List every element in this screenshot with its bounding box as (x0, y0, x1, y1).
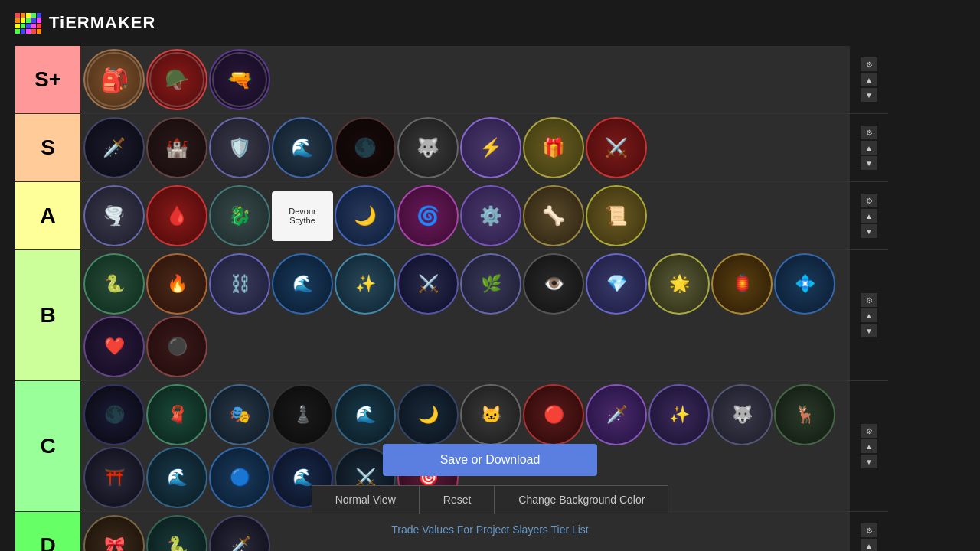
up-button-d[interactable]: ▲ (861, 539, 877, 551)
up-button-s[interactable]: ▲ (861, 141, 877, 155)
list-item[interactable]: 🌊 (272, 253, 333, 315)
down-button-s[interactable]: ▼ (861, 156, 877, 170)
save-download-button[interactable]: Save or Download (383, 444, 597, 476)
tier-controls-b: ⚙ ▲ ▼ (850, 250, 888, 380)
change-bg-button[interactable]: Change Background Color (495, 485, 668, 514)
action-buttons: Normal View Reset Change Background Colo… (312, 485, 669, 514)
list-item[interactable]: 🌊 (335, 384, 396, 445)
list-item[interactable]: 🛡️ (209, 117, 270, 178)
logo-grid (15, 13, 41, 34)
list-item[interactable]: 🔫 (209, 49, 270, 110)
gear-button-b[interactable]: ⚙ (861, 293, 877, 307)
list-item[interactable]: 🪖 (146, 49, 207, 110)
up-button-b[interactable]: ▲ (861, 308, 877, 322)
list-item[interactable]: ⚡ (460, 117, 521, 178)
gear-button-c[interactable]: ⚙ (861, 424, 877, 438)
list-item[interactable]: 🏰 (146, 117, 207, 178)
tier-label-s: S (15, 114, 80, 181)
list-item[interactable]: 🌀 (397, 185, 459, 246)
list-item[interactable]: ♟️ (272, 384, 333, 445)
header: TiERMAKER (0, 0, 980, 46)
list-item[interactable]: 🐺 (711, 384, 773, 445)
list-item[interactable]: ⚫ (146, 316, 207, 377)
list-item[interactable]: ✨ (648, 384, 710, 445)
gear-button-splus[interactable]: ⚙ (861, 57, 877, 71)
tier-items-b[interactable]: 🐍 🔥 ⛓️ 🌊 ✨ ⚔️ 🌿 👁️ (80, 250, 850, 380)
list-item[interactable]: 💎 (586, 253, 647, 315)
list-item[interactable]: 🎁 (523, 117, 584, 178)
list-item[interactable]: 🌙 (397, 384, 459, 445)
tier-row-s: S 🗡️ 🏰 🛡️ 🌊 🌑 🐺 ⚡ 🎁 (15, 114, 888, 182)
logo-text: TiERMAKER (49, 13, 155, 33)
tier-controls-a: ⚙ ▲ ▼ (850, 182, 888, 249)
gear-button-s[interactable]: ⚙ (861, 126, 877, 139)
list-item[interactable]: 🧣 (146, 384, 207, 445)
list-item[interactable]: 🐉 (209, 185, 270, 246)
tier-row-a: A 🌪️ 🩸 🐉 Devour Scythe 🌙 🌀 ⚙️ (15, 182, 888, 250)
list-item[interactable]: ⚔️ (586, 117, 647, 178)
normal-view-button[interactable]: Normal View (312, 485, 420, 514)
reset-button[interactable]: Reset (420, 485, 495, 514)
bottom-section: Save or Download Normal View Reset Chang… (0, 444, 980, 536)
list-item[interactable]: 🗡️ (586, 384, 647, 445)
list-item[interactable]: ⛓️ (209, 253, 270, 315)
list-item[interactable]: 🌟 (648, 253, 710, 315)
tooltip-item-a: Devour Scythe (272, 191, 333, 241)
list-item[interactable]: 🐺 (397, 117, 459, 178)
list-item[interactable]: 📜 (586, 185, 647, 246)
list-item[interactable]: ⚔️ (397, 253, 459, 315)
list-item[interactable]: 🌊 (272, 117, 333, 178)
list-item[interactable]: 🎭 (209, 384, 270, 445)
list-item[interactable]: 🌙 (335, 185, 396, 246)
list-item[interactable]: 🔴 (523, 384, 584, 445)
tier-label-b: B (15, 250, 80, 380)
down-button-a[interactable]: ▼ (861, 224, 877, 238)
tier-row-splus: S+ 🎒 🪖 🔫 ⚙ ▲ ▼ (15, 46, 888, 114)
list-item[interactable]: 🐍 (83, 253, 145, 315)
tier-items-s[interactable]: 🗡️ 🏰 🛡️ 🌊 🌑 🐺 ⚡ 🎁 (80, 114, 850, 181)
down-button-splus[interactable]: ▼ (861, 88, 877, 102)
list-item[interactable]: 🎒 (83, 49, 145, 110)
list-item[interactable]: 🗡️ (83, 117, 145, 178)
tier-row-b: B 🐍 🔥 ⛓️ 🌊 ✨ ⚔️ 🌿 (15, 250, 888, 381)
list-item[interactable]: 🌪️ (83, 185, 145, 246)
tier-controls-splus: ⚙ ▲ ▼ (850, 46, 888, 113)
list-item[interactable]: 🩸 (146, 185, 207, 246)
list-item[interactable]: 🦌 (774, 384, 835, 445)
list-item[interactable]: 🦴 (523, 185, 584, 246)
tier-label-splus: S+ (15, 46, 80, 113)
gear-button-a[interactable]: ⚙ (861, 194, 877, 207)
list-item[interactable]: 🌑 (83, 384, 145, 445)
list-item[interactable]: ⚙️ (460, 185, 521, 246)
down-button-b[interactable]: ▼ (861, 324, 877, 337)
list-item[interactable]: 👁️ (523, 253, 584, 315)
list-item[interactable]: ✨ (335, 253, 396, 315)
footer-link[interactable]: Trade Values For Project Slayers Tier Li… (391, 523, 589, 536)
list-item[interactable]: ❤️ (83, 316, 145, 377)
list-item[interactable]: 🏮 (711, 253, 773, 315)
list-item[interactable]: 💠 (774, 253, 835, 315)
tier-label-a: A (15, 182, 80, 249)
tier-items-a[interactable]: 🌪️ 🩸 🐉 Devour Scythe 🌙 🌀 ⚙️ 🦴 (80, 182, 850, 249)
list-item[interactable]: 🐱 (460, 384, 521, 445)
tier-controls-s: ⚙ ▲ ▼ (850, 114, 888, 181)
list-item[interactable]: 🌑 (335, 117, 396, 178)
list-item[interactable]: 🌿 (460, 253, 521, 315)
up-button-splus[interactable]: ▲ (861, 73, 877, 86)
up-button-a[interactable]: ▲ (861, 209, 877, 223)
tier-items-splus[interactable]: 🎒 🪖 🔫 (80, 46, 850, 113)
list-item[interactable]: 🔥 (146, 253, 207, 315)
